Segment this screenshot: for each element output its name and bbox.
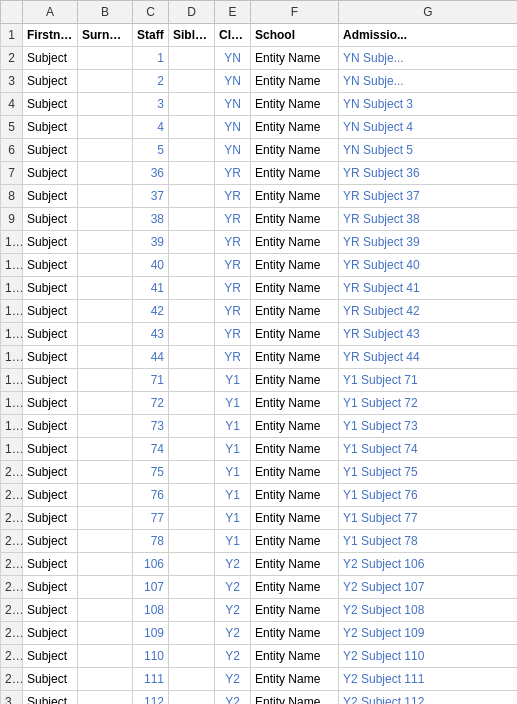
table-row[interactable]: 26Subject108Y2Entity NameY2 Subject 108: [1, 599, 518, 622]
cell-class[interactable]: Y1: [215, 415, 251, 438]
cell-staff[interactable]: 107: [133, 576, 169, 599]
cell-sibling[interactable]: [169, 277, 215, 300]
cell-staff[interactable]: 36: [133, 162, 169, 185]
cell-firstname[interactable]: Subject: [23, 553, 78, 576]
cell-school[interactable]: Entity Name: [251, 691, 339, 705]
cell-surname[interactable]: [78, 461, 133, 484]
cell-class[interactable]: Y1: [215, 392, 251, 415]
cell-class[interactable]: Y1: [215, 530, 251, 553]
cell-class[interactable]: Y2: [215, 576, 251, 599]
table-row[interactable]: 29Subject111Y2Entity NameY2 Subject 111: [1, 668, 518, 691]
cell-school[interactable]: Entity Name: [251, 139, 339, 162]
cell-staff[interactable]: 108: [133, 599, 169, 622]
cell-firstname[interactable]: Subject: [23, 208, 78, 231]
cell-admission[interactable]: YR Subject 42: [339, 300, 518, 323]
cell-surname[interactable]: [78, 645, 133, 668]
cell-staff[interactable]: 75: [133, 461, 169, 484]
cell-admission[interactable]: YR Subject 39: [339, 231, 518, 254]
table-row[interactable]: 19Subject74Y1Entity NameY1 Subject 74: [1, 438, 518, 461]
cell-school[interactable]: Entity Name: [251, 162, 339, 185]
cell-surname[interactable]: [78, 300, 133, 323]
cell-sibling[interactable]: [169, 507, 215, 530]
cell-class[interactable]: YN: [215, 70, 251, 93]
cell-firstname[interactable]: Subject: [23, 576, 78, 599]
table-row[interactable]: 17Subject72Y1Entity NameY1 Subject 72: [1, 392, 518, 415]
cell-class[interactable]: YR: [215, 323, 251, 346]
cell-class[interactable]: YN: [215, 139, 251, 162]
cell-surname[interactable]: [78, 507, 133, 530]
cell-admission[interactable]: Y1 Subject 78: [339, 530, 518, 553]
table-row[interactable]: 20Subject75Y1Entity NameY1 Subject 75: [1, 461, 518, 484]
cell-staff[interactable]: 111: [133, 668, 169, 691]
cell-admission[interactable]: Y1 Subject 71: [339, 369, 518, 392]
col-header-E[interactable]: E: [215, 1, 251, 24]
cell-admission[interactable]: YR Subject 37: [339, 185, 518, 208]
cell-firstname[interactable]: Subject: [23, 622, 78, 645]
col-header-A[interactable]: A: [23, 1, 78, 24]
cell-school[interactable]: Entity Name: [251, 70, 339, 93]
cell-sibling[interactable]: [169, 139, 215, 162]
cell-firstname[interactable]: Subject: [23, 346, 78, 369]
cell-surname[interactable]: [78, 553, 133, 576]
table-row[interactable]: 24Subject106Y2Entity NameY2 Subject 106: [1, 553, 518, 576]
table-row[interactable]: 30Subject112Y2Entity NameY2 Subject 112: [1, 691, 518, 705]
cell-class[interactable]: Y2: [215, 691, 251, 705]
cell-sibling[interactable]: [169, 392, 215, 415]
cell-staff[interactable]: 76: [133, 484, 169, 507]
cell-admission[interactable]: Y2 Subject 108: [339, 599, 518, 622]
cell-sibling[interactable]: [169, 231, 215, 254]
cell-admission[interactable]: YN Subje...: [339, 47, 518, 70]
cell-firstname[interactable]: Subject: [23, 691, 78, 705]
cell-surname[interactable]: [78, 484, 133, 507]
table-row[interactable]: 5Subject4YNEntity NameYN Subject 4: [1, 116, 518, 139]
cell-class[interactable]: YR: [215, 346, 251, 369]
cell-surname[interactable]: [78, 622, 133, 645]
cell-surname[interactable]: [78, 691, 133, 705]
cell-school[interactable]: Entity Name: [251, 300, 339, 323]
cell-surname[interactable]: [78, 93, 133, 116]
cell-school[interactable]: Entity Name: [251, 599, 339, 622]
cell-school[interactable]: Entity Name: [251, 392, 339, 415]
cell-admission[interactable]: Y2 Subject 106: [339, 553, 518, 576]
cell-school[interactable]: Entity Name: [251, 553, 339, 576]
cell-staff[interactable]: 71: [133, 369, 169, 392]
table-row[interactable]: 18Subject73Y1Entity NameY1 Subject 73: [1, 415, 518, 438]
cell-surname[interactable]: [78, 438, 133, 461]
cell-staff[interactable]: 40: [133, 254, 169, 277]
cell-admission[interactable]: Y1 Subject 75: [339, 461, 518, 484]
cell-class[interactable]: Y2: [215, 622, 251, 645]
col-header-D[interactable]: D: [169, 1, 215, 24]
cell-firstname[interactable]: Subject: [23, 461, 78, 484]
cell-sibling[interactable]: [169, 599, 215, 622]
cell-firstname[interactable]: Subject: [23, 645, 78, 668]
cell-sibling[interactable]: [169, 162, 215, 185]
cell-staff[interactable]: 44: [133, 346, 169, 369]
cell-class[interactable]: YN: [215, 116, 251, 139]
cell-sibling[interactable]: [169, 645, 215, 668]
table-row[interactable]: 12Subject41YREntity NameYR Subject 41: [1, 277, 518, 300]
cell-school[interactable]: Entity Name: [251, 645, 339, 668]
cell-staff[interactable]: 109: [133, 622, 169, 645]
cell-sibling[interactable]: [169, 47, 215, 70]
cell-surname[interactable]: [78, 139, 133, 162]
cell-surname[interactable]: [78, 185, 133, 208]
table-row[interactable]: 21Subject76Y1Entity NameY1 Subject 76: [1, 484, 518, 507]
cell-surname[interactable]: [78, 415, 133, 438]
cell-class[interactable]: Y2: [215, 553, 251, 576]
cell-sibling[interactable]: [169, 668, 215, 691]
cell-staff[interactable]: 39: [133, 231, 169, 254]
table-row[interactable]: 16Subject71Y1Entity NameY1 Subject 71: [1, 369, 518, 392]
cell-sibling[interactable]: [169, 346, 215, 369]
cell-surname[interactable]: [78, 576, 133, 599]
cell-school[interactable]: Entity Name: [251, 116, 339, 139]
cell-sibling[interactable]: [169, 300, 215, 323]
cell-sibling[interactable]: [169, 438, 215, 461]
cell-admission[interactable]: YR Subject 40: [339, 254, 518, 277]
cell-class[interactable]: Y1: [215, 484, 251, 507]
cell-class[interactable]: Y1: [215, 461, 251, 484]
cell-class[interactable]: YR: [215, 254, 251, 277]
cell-firstname[interactable]: Subject: [23, 599, 78, 622]
cell-firstname[interactable]: Subject: [23, 300, 78, 323]
cell-class[interactable]: YN: [215, 93, 251, 116]
cell-class[interactable]: Y1: [215, 369, 251, 392]
